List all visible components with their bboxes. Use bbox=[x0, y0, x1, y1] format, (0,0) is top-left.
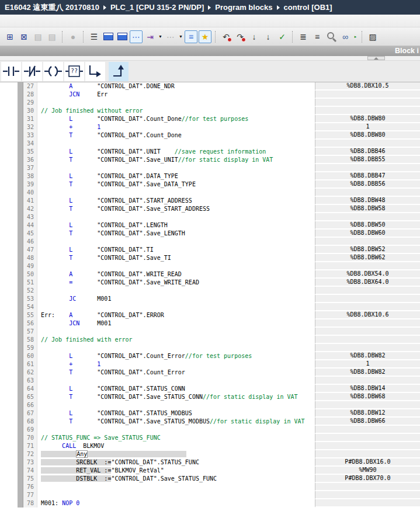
breadcrumb-block[interactable]: control [OB1] bbox=[284, 3, 332, 12]
code-line[interactable]: 74 RET_VAL :="BLKMOV_RetVal"%MW90 bbox=[0, 467, 420, 475]
delete-network-icon[interactable]: ⊠ bbox=[18, 30, 30, 43]
code-text[interactable]: L "CONTROL_DAT".Count_Error//for test pu… bbox=[37, 352, 315, 360]
code-text[interactable]: + 1 bbox=[37, 123, 315, 131]
code-line[interactable]: 43 bbox=[0, 213, 420, 221]
insert-favorite-icon[interactable]: ⇥ bbox=[144, 30, 157, 43]
code-line[interactable]: 47 L "CONTROL_DAT".TI%DB8.DBW52 bbox=[0, 246, 420, 254]
code-line[interactable]: 57 bbox=[0, 328, 420, 336]
code-line[interactable]: 75 DSTBLK :="CONTROL_DAT".Save_STATUS_FU… bbox=[0, 475, 420, 483]
delete-row-icon[interactable]: ▤ bbox=[46, 30, 58, 43]
code-text[interactable]: T "CONTROL_DAT".Save_LENGTH bbox=[37, 230, 315, 238]
stl-code-editor[interactable]: 27 A "CONTROL_DAT".DONE_NDR%DB8.DBX10.52… bbox=[0, 82, 420, 511]
code-line[interactable]: 64 L "CONTROL_DAT".STATUS_CONN%DB8.DBW14 bbox=[0, 385, 420, 393]
breadcrumb-program-blocks[interactable]: Program blocks bbox=[215, 3, 272, 12]
code-line[interactable]: 62 T "CONTROL_DAT".Count_Error%DB8.DBW82 bbox=[0, 369, 420, 377]
breadcrumb-plc[interactable]: PLC_1 [CPU 315-2 PN/DP] bbox=[110, 3, 204, 12]
redo-icon[interactable]: ↷ bbox=[234, 30, 247, 43]
code-line[interactable]: 66 bbox=[0, 401, 420, 409]
coil-button[interactable] bbox=[43, 62, 63, 81]
overview-toggle-icon[interactable]: ≡ bbox=[185, 30, 197, 43]
code-line[interactable]: 69 bbox=[0, 426, 420, 434]
code-text[interactable] bbox=[37, 328, 315, 336]
collapse-all-icon[interactable]: ≡ bbox=[311, 30, 324, 43]
code-text[interactable]: L "CONTROL_DAT".TI bbox=[37, 246, 315, 254]
code-line[interactable]: 46 bbox=[0, 238, 420, 246]
absolute-operands-icon[interactable]: ☰ bbox=[88, 30, 100, 43]
open-branch-button[interactable] bbox=[85, 62, 105, 81]
code-text[interactable] bbox=[37, 99, 315, 107]
favorites-toggle-icon[interactable]: ★ bbox=[199, 30, 211, 43]
code-text[interactable]: JC M001 bbox=[37, 295, 315, 303]
code-line[interactable]: 60 L "CONTROL_DAT".Count_Error//for test… bbox=[0, 352, 420, 360]
compile-icon[interactable]: ✓ bbox=[276, 30, 289, 43]
code-text[interactable]: JCN M001 bbox=[37, 319, 315, 328]
code-line[interactable]: 71 CALL BLKMOV bbox=[0, 442, 420, 450]
code-text[interactable]: JCN Err bbox=[37, 91, 315, 99]
find-replace-icon[interactable] bbox=[325, 30, 338, 43]
code-line[interactable]: 67 L "CONTROL_DAT".STATUS_MODBUS%DB8.DBW… bbox=[0, 409, 420, 418]
code-text[interactable]: T "CONTROL_DAT".Save_UNIT//for static di… bbox=[37, 156, 315, 164]
code-line[interactable]: 28 JCN Err bbox=[0, 91, 420, 99]
breadcrumb-arrow-icon[interactable] bbox=[208, 5, 211, 10]
code-text[interactable]: A "CONTROL_DAT".DONE_NDR bbox=[37, 82, 315, 91]
insert-row-icon[interactable]: ▤ bbox=[32, 30, 44, 43]
code-line[interactable]: 36 T "CONTROL_DAT".Save_UNIT//for static… bbox=[0, 156, 420, 164]
code-line[interactable]: 32 + 11 bbox=[0, 123, 420, 131]
code-line[interactable]: 51 = "CONTROL_DAT".Save_WRITE_READ%DB8.D… bbox=[0, 279, 420, 287]
code-line[interactable]: 35 L "CONTROL_DAT".UNIT //save request i… bbox=[0, 148, 420, 156]
code-line[interactable]: 38 L "CONTROL_DAT".DATA_TYPE%DB8.DBB47 bbox=[0, 172, 420, 180]
code-text[interactable]: T "CONTROL_DAT".Save_TI bbox=[37, 254, 315, 262]
code-line[interactable]: 56 JCN M001 bbox=[0, 319, 420, 328]
breadcrumb-project[interactable]: E16042 遠東重八 20170810 bbox=[5, 2, 99, 13]
code-text[interactable]: T "CONTROL_DAT".Save_DATA_TYPE bbox=[37, 180, 315, 189]
code-line[interactable]: 49 bbox=[0, 262, 420, 270]
code-text[interactable]: L "CONTROL_DAT".Count_Done//for test pur… bbox=[37, 115, 315, 123]
code-text[interactable] bbox=[37, 483, 315, 491]
code-text[interactable] bbox=[37, 377, 315, 385]
code-line[interactable]: 45 T "CONTROL_DAT".Save_LENGTH%DB8.DBW60 bbox=[0, 230, 420, 238]
code-line[interactable]: 41 L "CONTROL_DAT".START_ADDRESS%DB8.DBW… bbox=[0, 197, 420, 205]
code-line[interactable]: 70// STATUS_FUNC => Save_STATUS_FUNC bbox=[0, 434, 420, 442]
code-text[interactable] bbox=[37, 164, 315, 172]
code-line[interactable]: 59 bbox=[0, 344, 420, 352]
code-text[interactable]: A "CONTROL_DAT".WRITE_READ bbox=[37, 270, 315, 279]
save-comments-icon[interactable]: ⋯ bbox=[164, 30, 177, 43]
code-text[interactable]: L "CONTROL_DAT".LENGTH bbox=[37, 221, 315, 230]
instance-db-icon[interactable]: ● bbox=[67, 30, 79, 43]
code-line[interactable]: 42 T "CONTROL_DAT".Save_START_ADDRESS%DB… bbox=[0, 205, 420, 213]
code-text[interactable]: L "CONTROL_DAT".STATUS_CONN bbox=[37, 385, 315, 393]
code-text[interactable]: DSTBLK :="CONTROL_DAT".Save_STATUS_FUNC bbox=[37, 475, 315, 483]
favorite-dropdown-icon[interactable]: ▼ bbox=[158, 30, 163, 43]
code-text[interactable]: RET_VAL :="BLKMOV_RetVal" bbox=[37, 467, 315, 475]
code-line[interactable]: 68 T "CONTROL_DAT".Save_STATUS_MODBUS//f… bbox=[0, 418, 420, 426]
code-text[interactable]: SRCBLK :="CONTROL_DAT".STATUS_FUNC bbox=[37, 458, 315, 467]
code-line[interactable]: 40 bbox=[0, 189, 420, 197]
code-line[interactable]: 65 T "CONTROL_DAT".Save_STATUS_CONN//for… bbox=[0, 393, 420, 401]
code-text[interactable]: L "CONTROL_DAT".DATA_TYPE bbox=[37, 172, 315, 180]
comments-toggle-icon[interactable]: ⋯ bbox=[130, 30, 143, 43]
code-line[interactable]: 73 SRCBLK :="CONTROL_DAT".STATUS_FUNCP#D… bbox=[0, 458, 420, 467]
code-line[interactable]: 61 + 11 bbox=[0, 360, 420, 369]
expand-all-icon[interactable]: ≣ bbox=[297, 30, 310, 43]
code-text[interactable]: T "CONTROL_DAT".Save_STATUS_CONN//for st… bbox=[37, 393, 315, 401]
code-text[interactable]: = "CONTROL_DAT".Save_WRITE_READ bbox=[37, 279, 315, 287]
code-line[interactable]: 54 bbox=[0, 303, 420, 311]
code-text[interactable] bbox=[37, 401, 315, 409]
code-line[interactable]: 53 JC M001 bbox=[0, 295, 420, 303]
code-line[interactable]: 50 A "CONTROL_DAT".WRITE_READ%DB8.DBX54.… bbox=[0, 270, 420, 279]
breadcrumb-arrow-icon[interactable] bbox=[103, 5, 106, 10]
code-line[interactable]: 76 bbox=[0, 483, 420, 491]
expand-interface-handle[interactable] bbox=[367, 56, 385, 60]
code-line[interactable]: 29 bbox=[0, 99, 420, 107]
code-line[interactable]: 33 T "CONTROL_DAT".Count_Done%DB8.DBW80 bbox=[0, 131, 420, 140]
contact-nc-button[interactable] bbox=[22, 62, 42, 81]
code-line[interactable]: 27 A "CONTROL_DAT".DONE_NDR%DB8.DBX10.5 bbox=[0, 82, 420, 91]
code-line[interactable]: 31 L "CONTROL_DAT".Count_Done//for test … bbox=[0, 115, 420, 123]
block-interface-bar[interactable]: Block i bbox=[0, 46, 420, 56]
code-text[interactable] bbox=[37, 344, 315, 352]
close-branch-button[interactable] bbox=[109, 62, 129, 81]
code-text[interactable]: Err: A "CONTROL_DAT".ERROR bbox=[37, 311, 315, 319]
contact-no-button[interactable] bbox=[1, 62, 21, 81]
monitoring-glasses-icon[interactable]: ∞ bbox=[339, 30, 352, 43]
apply-snapshot-icon[interactable]: ↓ bbox=[262, 30, 275, 43]
